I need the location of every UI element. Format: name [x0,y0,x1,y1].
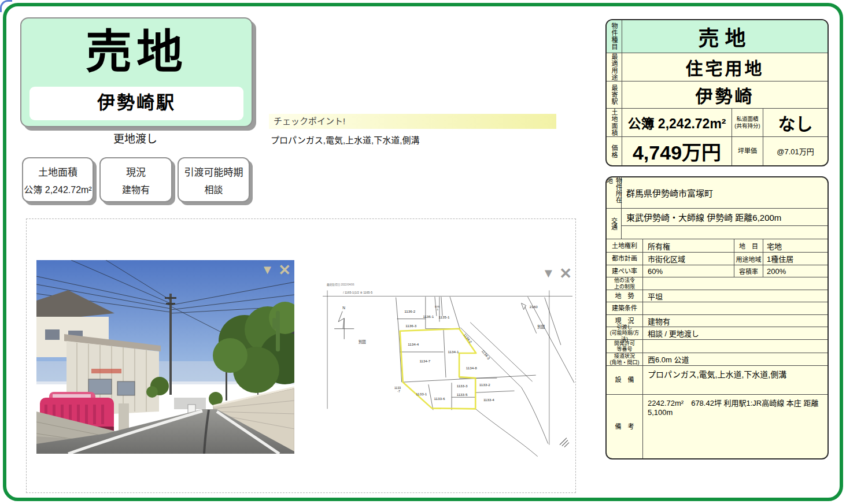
remarks-value: 2242.72m² 678.42坪 利用駅1:JR高崎線 本庄 距離5,100m [643,395,827,458]
coverage-ratio-value: 60% [643,265,734,277]
table-row: 建ぺい率 60% 容積率 200% [607,265,827,277]
price-value: 4,749万円 [622,137,732,165]
property-title-panel: 売地 伊勢崎駅 [20,17,253,127]
current-state-value: 建物有 [643,315,827,327]
row-label: 設 備 [607,366,643,394]
table-row: 土地権利 所有権 地 目 宅地 [607,239,827,253]
svg-text:1136-3: 1136-3 [405,324,416,328]
other-regulations-value [643,277,827,290]
map-note-left: 別図 [359,339,366,344]
table-row: 交通 東武伊勢崎・大師線 伊勢崎 距離6,200m [607,209,827,239]
building-conditions-value [643,302,827,314]
feature-box-title: 土地面積 [23,164,93,179]
transport-value: 東武伊勢崎・大師線 伊勢崎 距離6,200m [622,209,827,226]
property-category-title: 売地 [21,20,252,84]
svg-text:1134-8: 1134-8 [466,366,477,370]
table-row: 開発許可 等番号 [607,340,827,353]
svg-text:1133-3: 1133-3 [457,384,468,388]
table-row: 建築条件 [607,302,827,315]
table-row: 最寄駅 伊勢崎 [607,81,827,108]
row-label: 接道状況 (角地・間口) [607,353,643,365]
collapse-icon[interactable]: ▼ [261,262,274,277]
row-label: 価格 [607,137,622,165]
table-row: 都市計画 市街化区域 用途地域 1種住居 [607,253,827,265]
row-label: 最適用途 [607,53,622,81]
row-label: 開発許可 等番号 [607,340,643,353]
row-label: 容積率 [734,265,763,277]
row-label: 土地面積 [607,109,622,136]
checkpoint-body: プロパンガス,電気,上水道,下水道,側溝 [271,134,419,146]
best-use-value: 住宅用地 [622,53,827,81]
summary-table: 物件種目 売地 最適用途 住宅用地 最寄駅 伊勢崎 土地面積 公簿 2,242.… [605,19,829,166]
row-label: 坪単価 [732,137,763,165]
land-category-value: 宅地 [763,239,827,252]
map-captured-date: 最終取得日:2022/04/06 [327,283,354,287]
transport-value-2 [622,226,827,239]
map-controls: ▼ ✕ [542,266,572,281]
row-label: 土地権利 [607,239,643,252]
feature-box-handover: 引渡可能時期 相談 [178,157,250,202]
svg-text:1133-2: 1133-2 [479,383,490,387]
row-label: 建築条件 [607,302,643,314]
svg-text:1134-7: 1134-7 [419,359,430,363]
svg-text:1136-1: 1136-1 [423,314,434,318]
land-area-value: 公簿 2,242.72m² [622,109,732,136]
row-label: 物件所在地 [607,177,622,208]
handover-value: 相談 / 更地渡し [643,327,827,339]
address-value: 群馬県伊勢崎市富塚町 [622,177,827,208]
north-label: N [342,306,345,310]
svg-text:-5: -5 [436,308,438,311]
unit-price-value: @7.01万円 [763,137,827,165]
svg-text:1133-4: 1133-4 [483,398,494,402]
row-label: 備 考 [607,395,643,458]
row-label: 地 目 [734,239,763,252]
row-label: 最寄駅 [607,81,622,108]
land-rights-value: 所有権 [643,239,734,252]
svg-text:1133-5: 1133-5 [457,392,468,396]
svg-text:-7: -7 [397,390,400,393]
close-icon[interactable]: ✕ [278,262,291,277]
close-icon[interactable]: ✕ [559,266,572,281]
station-name-box: 伊勢崎駅 [29,87,243,120]
row-label: 私道面積 (共有持分) [732,109,763,136]
terrain-value: 平坦 [643,290,827,302]
zoning-value: 1種住居 [763,253,827,265]
feature-box-title: 引渡可能時期 [179,164,249,179]
survey-map: 最終取得日:2022/04/06 / 1165-1(1/2 ※ 1165-5 N [317,264,575,460]
table-row: 価格 4,749万円 坪単価 @7.01万円 [607,137,827,165]
property-type-value: 売地 [622,20,827,53]
table-row: 引渡し (可能時期/方法) 相談 / 更地渡し [607,327,827,340]
feature-box-value: 公簿 2,242.72m² [23,182,93,196]
feature-box-value: 相談 [179,182,249,196]
feature-box-value: 建物有 [101,182,171,196]
collapse-icon[interactable]: ▼ [542,266,555,281]
row-label: 引渡し (可能時期/方法) [607,327,643,339]
utilities-value: プロパンガス,電気,上水道,下水道,側溝 [643,366,827,394]
row-label: 交通 [607,209,622,239]
svg-text:2160: 2160 [530,305,538,309]
svg-text:1133-6: 1133-6 [434,396,445,401]
table-row: 土地面積 公簿 2,242.72m² 私道面積 (共有持分) なし [607,109,827,137]
delivery-note: 更地渡し [20,130,250,146]
road-access-value: 西6.0m 公道 [643,353,827,365]
survey-map-image: 最終取得日:2022/04/06 / 1165-1(1/2 ※ 1165-5 N [317,264,575,460]
table-row: 地 勢 平坦 [607,290,827,302]
table-row: 物件所在地 群馬県伊勢崎市富塚町 [607,177,827,209]
row-label: 都市計画 [607,253,643,265]
map-note-right: 別図 [537,324,545,329]
checkpoint-heading: チェックポイント! [269,114,556,129]
svg-text:1135-1: 1135-1 [439,315,450,319]
flyer-page: 売地 伊勢崎駅 更地渡し 土地面積 公簿 2,242.72m² 現況 建物有 引… [0,0,846,504]
feature-box-land-area: 土地面積 公簿 2,242.72m² [22,157,94,202]
development-permit-value [643,340,827,353]
street-photo-image [36,260,294,454]
table-row: 他の法令 上の制限 [607,277,827,290]
table-row: 最適用途 住宅用地 [607,53,827,81]
feature-box-current-state: 現況 建物有 [99,157,172,202]
row-label: 他の法令 上の制限 [607,277,643,290]
floor-area-ratio-value: 200% [763,265,827,277]
row-label: 地 勢 [607,290,643,302]
private-road-value: なし [763,109,827,136]
table-row: 接道状況 (角地・間口) 西6.0m 公道 [607,353,827,366]
svg-text:1133-1: 1133-1 [416,392,427,396]
